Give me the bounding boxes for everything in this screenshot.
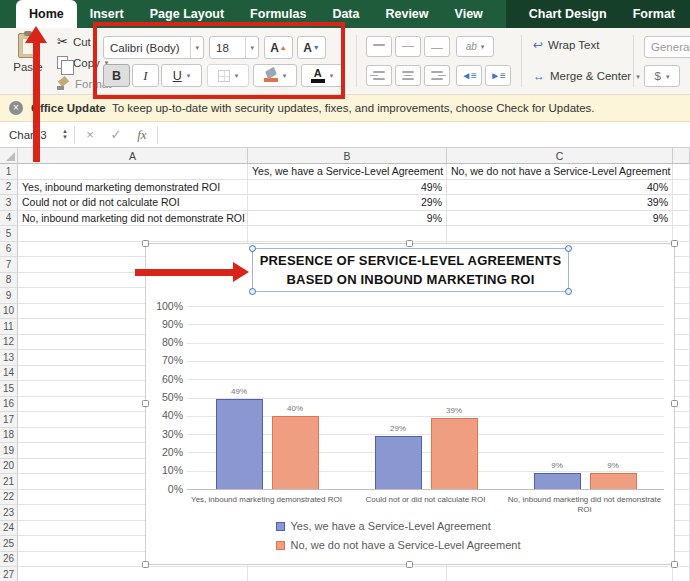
selection-handle[interactable]	[142, 240, 149, 247]
row-header-13[interactable]: 13	[0, 350, 18, 366]
row-header-15[interactable]: 15	[0, 381, 18, 397]
title-selection-handle[interactable]	[565, 288, 572, 295]
number-format-select[interactable]: General	[644, 36, 690, 58]
selection-handle[interactable]	[671, 240, 678, 247]
cancel-icon[interactable]: ×	[77, 127, 103, 142]
cell-d24[interactable]	[673, 521, 690, 537]
cell-d25[interactable]	[673, 536, 690, 552]
cell-b5[interactable]	[248, 226, 447, 242]
enter-icon[interactable]: ✓	[103, 127, 129, 142]
row-header-2[interactable]: 2	[0, 180, 18, 196]
cell-d3[interactable]	[673, 195, 690, 211]
cell-b4[interactable]: 9%	[248, 211, 447, 227]
row-header-3[interactable]: 3	[0, 195, 18, 211]
cell-d21[interactable]	[673, 474, 690, 490]
tab-home[interactable]: Home	[16, 0, 77, 28]
increase-indent-button[interactable]: ►≡	[485, 65, 511, 86]
cell-a4[interactable]: No, inbound marketing did not demonstrat…	[18, 211, 248, 227]
cell-d4[interactable]	[673, 211, 690, 227]
row-header-4[interactable]: 4	[0, 211, 18, 227]
cell-d20[interactable]	[673, 459, 690, 475]
row-header-9[interactable]: 9	[0, 288, 18, 304]
cell-d11[interactable]	[673, 319, 690, 335]
legend-item-series2[interactable]: No, we do not have a Service-Level Agree…	[276, 539, 521, 551]
tab-format[interactable]: Format	[620, 0, 688, 28]
row-header-24[interactable]: 24	[0, 521, 18, 537]
cell-d23[interactable]	[673, 505, 690, 521]
cell-d10[interactable]	[673, 304, 690, 320]
selection-handle[interactable]	[142, 561, 149, 568]
row-header-22[interactable]: 22	[0, 490, 18, 506]
row-header-5[interactable]: 5	[0, 226, 18, 242]
merge-center-dropdown-icon[interactable]: ▾	[636, 73, 640, 80]
cell-d15[interactable]	[673, 381, 690, 397]
bar-series2-cat1[interactable]	[272, 416, 319, 489]
row-header-23[interactable]: 23	[0, 505, 18, 521]
row-header-19[interactable]: 19	[0, 443, 18, 459]
name-box-stepper[interactable]: ▲▼	[58, 129, 72, 141]
row-header-12[interactable]: 12	[0, 335, 18, 351]
selection-handle[interactable]	[142, 400, 149, 407]
cell-c5[interactable]	[447, 226, 673, 242]
legend-item-series1[interactable]: Yes, we have a Service-Level Agreement	[276, 520, 491, 532]
tab-review[interactable]: Review	[372, 0, 441, 28]
row-header-8[interactable]: 8	[0, 273, 18, 289]
cell-a1[interactable]	[18, 164, 248, 180]
cell-b1[interactable]: Yes, we have a Service-Level Agreement	[248, 164, 447, 180]
cell-b2[interactable]: 49%	[248, 180, 447, 196]
cell-d8[interactable]	[673, 273, 690, 289]
bar-series2-cat2[interactable]	[431, 418, 478, 489]
cell-d2[interactable]	[673, 180, 690, 196]
row-header-18[interactable]: 18	[0, 428, 18, 444]
cell-c1[interactable]: No, we do not have a Service-Level Agree…	[447, 164, 673, 180]
align-center-button[interactable]	[395, 65, 421, 86]
row-header-20[interactable]: 20	[0, 459, 18, 475]
cell-d1[interactable]	[673, 164, 690, 180]
decrease-indent-button[interactable]: ◄≡	[456, 65, 482, 86]
chart-title[interactable]: PRESENCE OF SERVICE-LEVEL AGREEMENTS BAS…	[252, 248, 569, 292]
align-bottom-button[interactable]	[424, 36, 450, 57]
column-header-b[interactable]: B	[248, 148, 447, 164]
wrap-text-button[interactable]: ↩ Wrap Text	[533, 39, 599, 51]
cell-a2[interactable]: Yes, inbound marketing demonstrated ROI	[18, 180, 248, 196]
align-right-button[interactable]	[424, 65, 450, 86]
row-header-26[interactable]: 26	[0, 552, 18, 568]
row-header-6[interactable]: 6	[0, 242, 18, 258]
select-all-corner[interactable]	[0, 148, 18, 164]
bar-series1-cat3[interactable]	[534, 473, 581, 489]
insert-function-button[interactable]: fx	[129, 127, 155, 143]
chart[interactable]: PRESENCE OF SERVICE-LEVEL AGREEMENTS BAS…	[145, 243, 675, 565]
cell-c2[interactable]: 40%	[447, 180, 673, 196]
cell-a27[interactable]	[18, 567, 248, 581]
tab-chart-design[interactable]: Chart Design	[516, 0, 620, 28]
bar-series1-cat2[interactable]	[375, 436, 422, 489]
cell-c3[interactable]: 39%	[447, 195, 673, 211]
bar-series1-cat1[interactable]	[216, 399, 263, 489]
cell-b27[interactable]	[248, 567, 447, 581]
cell-d27[interactable]	[673, 567, 690, 581]
row-header-21[interactable]: 21	[0, 474, 18, 490]
cell-d19[interactable]	[673, 443, 690, 459]
row-header-11[interactable]: 11	[0, 319, 18, 335]
cell-c27[interactable]	[447, 567, 673, 581]
column-header-c[interactable]: C	[447, 148, 673, 164]
align-left-button[interactable]	[366, 65, 392, 86]
name-box[interactable]: Chart 3	[0, 129, 58, 141]
bar-series2-cat3[interactable]	[590, 473, 637, 489]
row-header-27[interactable]: 27	[0, 567, 18, 581]
row-header-25[interactable]: 25	[0, 536, 18, 552]
cell-d14[interactable]	[673, 366, 690, 382]
title-selection-handle[interactable]	[565, 245, 572, 252]
currency-button[interactable]: $ ▾	[644, 65, 680, 87]
align-middle-button[interactable]	[395, 36, 421, 57]
orientation-dropdown-icon[interactable]: ▾	[481, 43, 485, 50]
currency-dropdown-icon[interactable]: ▾	[666, 73, 670, 80]
merge-center-button[interactable]: ↔ Merge & Center ▾	[533, 70, 640, 82]
row-header-1[interactable]: 1	[0, 164, 18, 180]
selection-handle[interactable]	[406, 561, 413, 568]
row-header-14[interactable]: 14	[0, 366, 18, 382]
cell-a5[interactable]	[18, 226, 248, 242]
selection-handle[interactable]	[406, 240, 413, 247]
cell-d13[interactable]	[673, 350, 690, 366]
cell-d12[interactable]	[673, 335, 690, 351]
